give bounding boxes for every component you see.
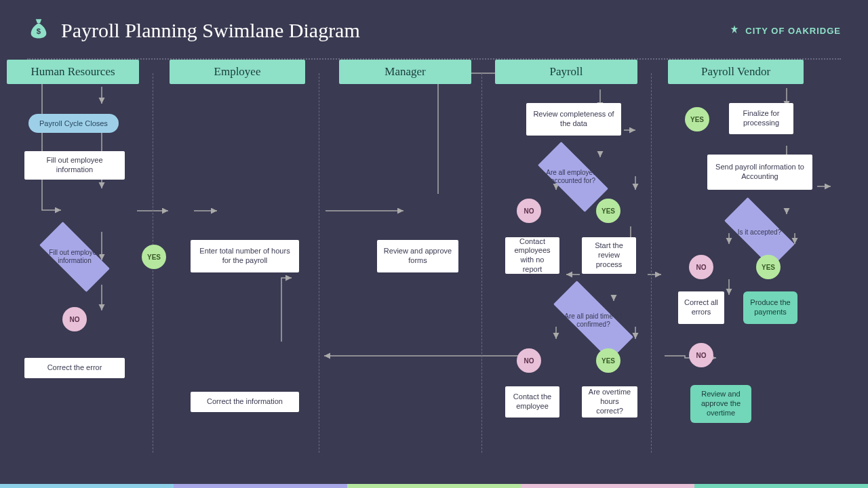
lane-divider: [319, 73, 319, 453]
header: $ Payroll Planning Swimlane Diagram CITY…: [0, 0, 868, 47]
payroll-d1-no-circle: NO: [517, 199, 541, 223]
vendor-correct-box: Correct all errors: [678, 291, 724, 324]
hr-decision-diamond: Fill out employee information: [41, 233, 108, 281]
vendor-d1-diamond: Is it accepted?: [726, 209, 793, 256]
hr-correct-box: Correct the error: [24, 358, 125, 378]
hr-fill-box: Fill out employee information: [24, 151, 125, 180]
payroll-review-box: Review completeness of the data: [526, 103, 621, 136]
payroll-start-box: Start the review process: [582, 237, 636, 274]
lane-header-manager: Manager: [339, 60, 471, 84]
payroll-contact-box: Contact employees with no report: [505, 237, 559, 274]
payroll-d1-diamond: Are all employees accounted for?: [539, 153, 607, 201]
lane-header-vendor: Payroll Vendor: [668, 60, 804, 84]
hr-yes-circle: YES: [142, 245, 166, 269]
payroll-d2-no-circle: NO: [517, 348, 541, 373]
vendor-send-box: Send payroll information to Accounting: [707, 155, 812, 190]
leaf-icon: [729, 24, 740, 37]
vendor-d1-no-circle: NO: [689, 255, 713, 279]
vendor-d1-yes-circle: YES: [756, 255, 781, 279]
bottom-color-stripe: [0, 484, 868, 488]
employee-hours-box: Enter total number of hours for the payr…: [191, 240, 299, 272]
lane-divider: [651, 73, 652, 453]
vendor-finalize-box: Finalize for processing: [729, 103, 793, 134]
payroll-d1-yes-circle: YES: [596, 199, 620, 223]
payroll-d2-yes-circle: YES: [596, 348, 620, 373]
lane-header-hr: Human Resources: [7, 60, 139, 84]
payroll-overtime-box: Are overtime hours correct?: [582, 386, 637, 418]
lane-divider: [481, 73, 482, 453]
city-badge: CITY OF OAKRIDGE: [729, 24, 841, 37]
hr-no-circle: NO: [62, 307, 87, 331]
svg-text:$: $: [37, 27, 41, 35]
payroll-d2-diamond: Are all paid time off confirmed?: [553, 297, 634, 344]
money-bag-icon: $: [27, 16, 50, 45]
page-title: Payroll Planning Swimlane Diagram: [61, 19, 360, 42]
manager-review-box: Review and approve forms: [377, 240, 458, 272]
vendor-yes-circle: YES: [685, 107, 709, 131]
vendor-review-ot-box: Review and approve the overtime: [690, 385, 751, 423]
lane-header-employee: Employee: [170, 60, 305, 84]
employee-correct-box: Correct the information: [191, 392, 299, 412]
swimlane-container: Human Resources Employee Manager Payroll…: [0, 60, 868, 453]
vendor-no2-circle: NO: [689, 343, 713, 367]
hr-start-pill: Payroll Cycle Closes: [28, 114, 119, 133]
payroll-contact2-box: Contact the employee: [505, 386, 559, 418]
lane-header-payroll: Payroll: [495, 60, 637, 84]
vendor-produce-box: Produce the payments: [743, 291, 797, 324]
city-label: CITY OF OAKRIDGE: [745, 26, 841, 36]
